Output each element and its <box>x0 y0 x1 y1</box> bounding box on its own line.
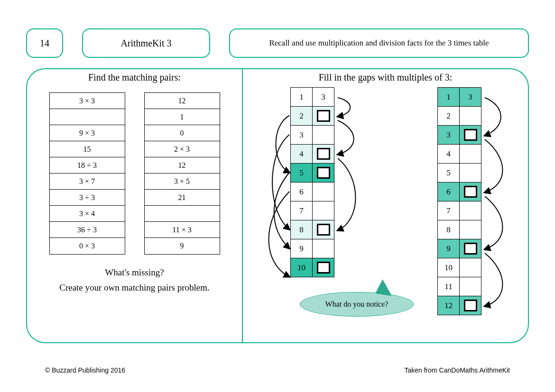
index-cell: 9 <box>291 239 313 258</box>
value-cell <box>313 126 334 145</box>
pair-cell: 12 <box>145 93 220 109</box>
value-cell <box>460 258 481 277</box>
index-cell: 8 <box>291 220 313 239</box>
multiples-table-2: 1323456789101112 <box>437 87 481 315</box>
index-cell: 3 <box>438 126 460 145</box>
index-cell: 3 <box>291 126 313 145</box>
index-cell: 12 <box>438 296 460 315</box>
index-cell: 8 <box>438 220 460 239</box>
index-cell: 7 <box>438 201 460 220</box>
pair-cell <box>145 206 220 222</box>
pair-cell: 3 ÷ 3 <box>50 190 125 206</box>
value-cell <box>313 164 334 182</box>
value-cell <box>313 145 334 164</box>
speech-bubble-wrap: What do you notice? <box>300 292 414 317</box>
value-cell <box>313 201 334 220</box>
worksheet-number: 14 <box>26 28 63 58</box>
header: 14 ArithmeKit 3 Recall and use multiplic… <box>0 0 555 58</box>
pair-cell: 0 × 3 <box>50 238 125 254</box>
pair-cell: 0 <box>145 125 220 141</box>
answer-box[interactable] <box>317 148 330 160</box>
pair-column-b: 12102 × 3123 × 52111 × 39 <box>144 92 220 255</box>
value-cell <box>460 145 481 164</box>
value-cell: 3 <box>460 88 481 107</box>
right-title: Fill in the gaps with multiples of 3: <box>243 72 528 83</box>
value-cell <box>460 296 481 315</box>
right-panel: Fill in the gaps with multiples of 3: 13… <box>243 69 528 342</box>
answer-box[interactable] <box>464 243 477 255</box>
answer-box[interactable] <box>317 110 330 122</box>
value-cell <box>460 164 481 182</box>
index-cell: 2 <box>291 107 313 126</box>
speech-text: What do you notice? <box>325 300 388 309</box>
answer-box[interactable] <box>464 300 477 311</box>
value-cell <box>460 239 481 258</box>
pair-cell: 3 × 4 <box>50 206 125 222</box>
multiples-table-1: 132345678910 <box>290 87 334 277</box>
speech-tail-icon <box>376 280 393 296</box>
index-cell: 4 <box>291 145 313 164</box>
pair-cell: 9 <box>145 238 220 254</box>
question-missing: What's missing? <box>27 265 242 280</box>
matching-pairs: 3 × 39 × 31518 ÷ 33 × 73 ÷ 33 × 436 ÷ 30… <box>27 92 242 255</box>
index-cell: 5 <box>291 164 313 182</box>
index-cell: 1 <box>438 88 460 107</box>
pair-cell: 21 <box>145 190 220 206</box>
value-cell <box>460 126 481 145</box>
pair-cell: 11 × 3 <box>145 222 220 238</box>
worksheet-title: ArithmeKit 3 <box>82 28 210 58</box>
pair-cell: 2 × 3 <box>145 141 220 157</box>
pair-cell: 12 <box>145 157 220 173</box>
answer-box[interactable] <box>317 262 330 273</box>
value-cell <box>460 201 481 220</box>
index-cell: 10 <box>291 258 313 277</box>
footer-source: Taken from CanDoMaths ArithmeKit <box>404 366 510 374</box>
index-cell: 7 <box>291 201 313 220</box>
index-cell: 1 <box>291 88 313 107</box>
answer-box[interactable] <box>464 186 477 198</box>
pair-column-a: 3 × 39 × 31518 ÷ 33 × 73 ÷ 33 × 436 ÷ 30… <box>49 92 125 255</box>
pair-cell: 9 × 3 <box>50 125 125 141</box>
pair-cell: 15 <box>50 141 125 157</box>
answer-box[interactable] <box>464 129 477 141</box>
footer-copyright: © Buzzard Publishing 2016 <box>45 366 125 374</box>
value-cell: 3 <box>313 88 334 107</box>
value-cell <box>460 107 481 126</box>
index-cell: 11 <box>438 277 460 296</box>
value-cell <box>313 107 334 126</box>
left-panel: Find the matching pairs: 3 × 39 × 31518 … <box>27 69 243 342</box>
worksheet-description: Recall and use multiplication and divisi… <box>229 28 529 58</box>
index-cell: 4 <box>438 145 460 164</box>
pair-cell: 1 <box>145 109 220 125</box>
left-title: Find the matching pairs: <box>27 72 242 83</box>
index-cell: 2 <box>438 107 460 126</box>
value-cell <box>460 277 481 296</box>
question-create: Create your own matching pairs problem. <box>27 280 242 295</box>
pair-cell: 3 × 5 <box>145 173 220 190</box>
pair-cell: 36 ÷ 3 <box>50 222 125 238</box>
index-cell: 6 <box>438 182 460 201</box>
pair-cell: 18 ÷ 3 <box>50 157 125 173</box>
pair-cell: 3 × 7 <box>50 173 125 190</box>
main-panel: Find the matching pairs: 3 × 39 × 31518 … <box>26 68 529 343</box>
speech-bubble: What do you notice? <box>300 292 414 317</box>
value-cell <box>313 182 334 201</box>
value-cell <box>313 239 334 258</box>
value-cell <box>313 220 334 239</box>
index-cell: 6 <box>291 182 313 201</box>
answer-box[interactable] <box>317 167 330 179</box>
pair-cell: 3 × 3 <box>50 93 125 109</box>
pair-cell <box>50 109 125 125</box>
left-questions: What's missing? Create your own matching… <box>27 265 242 296</box>
value-cell <box>460 182 481 201</box>
answer-box[interactable] <box>317 224 330 236</box>
index-cell: 9 <box>438 239 460 258</box>
value-cell <box>313 258 334 277</box>
index-cell: 10 <box>438 258 460 277</box>
footer: © Buzzard Publishing 2016 Taken from Can… <box>45 366 510 374</box>
index-cell: 5 <box>438 164 460 182</box>
value-cell <box>460 220 481 239</box>
